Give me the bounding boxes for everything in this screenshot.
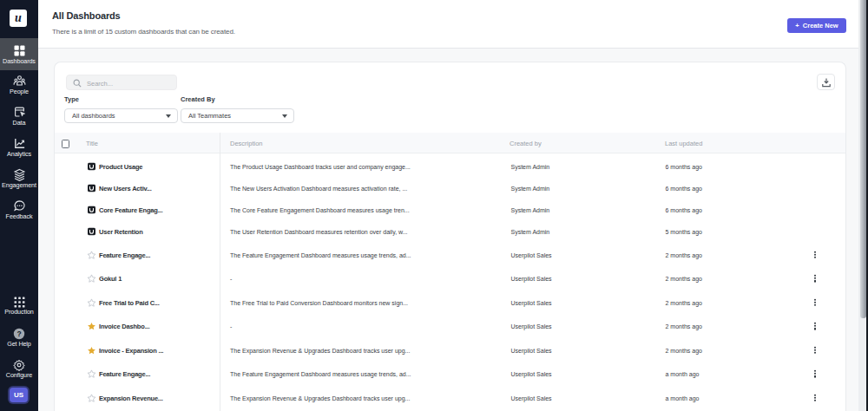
- svg-text:?: ?: [16, 329, 21, 338]
